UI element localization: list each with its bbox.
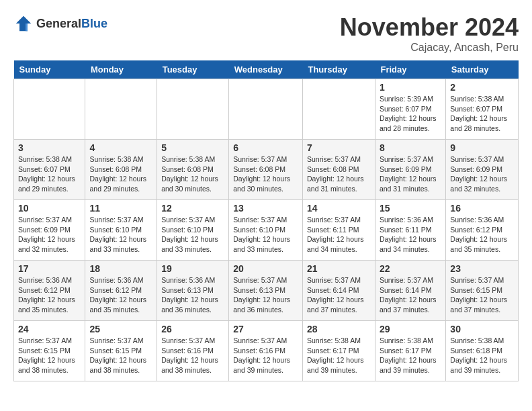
calendar-cell: 14Sunrise: 5:37 AM Sunset: 6:11 PM Dayli… bbox=[302, 200, 375, 261]
calendar-cell: 8Sunrise: 5:37 AM Sunset: 6:09 PM Daylig… bbox=[375, 140, 445, 200]
calendar-cell: 12Sunrise: 5:37 AM Sunset: 6:10 PM Dayli… bbox=[157, 200, 229, 261]
calendar-cell: 30Sunrise: 5:38 AM Sunset: 6:18 PM Dayli… bbox=[446, 321, 519, 381]
calendar-cell: 13Sunrise: 5:37 AM Sunset: 6:10 PM Dayli… bbox=[229, 200, 303, 261]
calendar-cell: 28Sunrise: 5:38 AM Sunset: 6:17 PM Dayli… bbox=[302, 321, 375, 381]
calendar-cell: 18Sunrise: 5:36 AM Sunset: 6:12 PM Dayli… bbox=[85, 261, 157, 321]
day-info: Sunrise: 5:37 AM Sunset: 6:14 PM Dayligh… bbox=[307, 275, 371, 315]
calendar-cell bbox=[85, 79, 157, 140]
day-info: Sunrise: 5:39 AM Sunset: 6:07 PM Dayligh… bbox=[380, 94, 441, 134]
day-info: Sunrise: 5:37 AM Sunset: 6:11 PM Dayligh… bbox=[307, 215, 371, 255]
day-number: 4 bbox=[89, 142, 152, 153]
week-row-5: 24Sunrise: 5:37 AM Sunset: 6:15 PM Dayli… bbox=[14, 321, 519, 381]
weekday-header-row: SundayMondayTuesdayWednesdayThursdayFrid… bbox=[14, 60, 519, 79]
logo-icon bbox=[13, 13, 34, 34]
logo-general: General bbox=[36, 17, 81, 30]
calendar-cell: 6Sunrise: 5:37 AM Sunset: 6:08 PM Daylig… bbox=[229, 140, 303, 200]
calendar-cell: 9Sunrise: 5:37 AM Sunset: 6:09 PM Daylig… bbox=[446, 140, 519, 200]
calendar-cell bbox=[157, 79, 229, 140]
day-info: Sunrise: 5:36 AM Sunset: 6:12 PM Dayligh… bbox=[89, 275, 152, 315]
day-number: 3 bbox=[18, 142, 81, 153]
calendar-cell: 20Sunrise: 5:37 AM Sunset: 6:13 PM Dayli… bbox=[229, 261, 303, 321]
calendar-cell: 1Sunrise: 5:39 AM Sunset: 6:07 PM Daylig… bbox=[375, 79, 445, 140]
day-info: Sunrise: 5:37 AM Sunset: 6:15 PM Dayligh… bbox=[89, 336, 152, 375]
calendar-cell: 10Sunrise: 5:37 AM Sunset: 6:09 PM Dayli… bbox=[14, 200, 85, 261]
day-number: 6 bbox=[233, 142, 298, 153]
title-area: November 2024 Cajacay, Ancash, Peru bbox=[340, 13, 519, 54]
day-info: Sunrise: 5:37 AM Sunset: 6:08 PM Dayligh… bbox=[233, 154, 298, 194]
day-info: Sunrise: 5:37 AM Sunset: 6:09 PM Dayligh… bbox=[380, 154, 441, 194]
day-number: 28 bbox=[307, 324, 371, 334]
day-number: 23 bbox=[450, 263, 514, 274]
calendar-cell: 19Sunrise: 5:36 AM Sunset: 6:13 PM Dayli… bbox=[157, 261, 229, 321]
day-info: Sunrise: 5:38 AM Sunset: 6:07 PM Dayligh… bbox=[450, 94, 514, 134]
day-number: 29 bbox=[380, 324, 441, 334]
weekday-header-thursday: Thursday bbox=[302, 60, 375, 79]
day-number: 10 bbox=[18, 203, 81, 214]
calendar-cell: 17Sunrise: 5:36 AM Sunset: 6:12 PM Dayli… bbox=[14, 261, 85, 321]
day-info: Sunrise: 5:37 AM Sunset: 6:10 PM Dayligh… bbox=[161, 215, 224, 255]
logo-blue: Blue bbox=[81, 17, 107, 30]
day-number: 17 bbox=[18, 263, 81, 274]
logo: GeneralBlue bbox=[13, 13, 107, 34]
day-info: Sunrise: 5:36 AM Sunset: 6:12 PM Dayligh… bbox=[450, 215, 514, 255]
calendar-cell: 24Sunrise: 5:37 AM Sunset: 6:15 PM Dayli… bbox=[14, 321, 85, 381]
calendar-cell: 3Sunrise: 5:38 AM Sunset: 6:07 PM Daylig… bbox=[14, 140, 85, 200]
day-number: 18 bbox=[89, 263, 152, 274]
calendar-cell: 11Sunrise: 5:37 AM Sunset: 6:10 PM Dayli… bbox=[85, 200, 157, 261]
day-info: Sunrise: 5:37 AM Sunset: 6:10 PM Dayligh… bbox=[89, 215, 152, 255]
day-info: Sunrise: 5:38 AM Sunset: 6:08 PM Dayligh… bbox=[89, 154, 152, 194]
calendar-cell: 22Sunrise: 5:37 AM Sunset: 6:14 PM Dayli… bbox=[375, 261, 445, 321]
day-number: 12 bbox=[161, 203, 224, 214]
day-info: Sunrise: 5:37 AM Sunset: 6:09 PM Dayligh… bbox=[450, 154, 514, 194]
calendar-table: SundayMondayTuesdayWednesdayThursdayFrid… bbox=[13, 60, 519, 381]
day-number: 8 bbox=[380, 142, 441, 153]
day-number: 1 bbox=[380, 82, 441, 93]
day-number: 5 bbox=[161, 142, 224, 153]
calendar-cell bbox=[229, 79, 303, 140]
day-number: 16 bbox=[450, 203, 514, 214]
day-number: 19 bbox=[161, 263, 224, 274]
day-number: 26 bbox=[161, 324, 224, 334]
day-info: Sunrise: 5:38 AM Sunset: 6:08 PM Dayligh… bbox=[161, 154, 224, 194]
day-info: Sunrise: 5:37 AM Sunset: 6:16 PM Dayligh… bbox=[233, 336, 298, 375]
day-info: Sunrise: 5:37 AM Sunset: 6:16 PM Dayligh… bbox=[161, 336, 224, 375]
weekday-header-sunday: Sunday bbox=[14, 60, 85, 79]
day-number: 2 bbox=[450, 82, 514, 93]
day-info: Sunrise: 5:37 AM Sunset: 6:14 PM Dayligh… bbox=[380, 275, 441, 315]
calendar-cell: 29Sunrise: 5:38 AM Sunset: 6:17 PM Dayli… bbox=[375, 321, 445, 381]
calendar-cell: 16Sunrise: 5:36 AM Sunset: 6:12 PM Dayli… bbox=[446, 200, 519, 261]
day-number: 15 bbox=[380, 203, 441, 214]
calendar-cell: 26Sunrise: 5:37 AM Sunset: 6:16 PM Dayli… bbox=[157, 321, 229, 381]
week-row-3: 10Sunrise: 5:37 AM Sunset: 6:09 PM Dayli… bbox=[14, 200, 519, 261]
location-title: Cajacay, Ancash, Peru bbox=[340, 42, 519, 54]
day-number: 22 bbox=[380, 263, 441, 274]
day-number: 7 bbox=[307, 142, 371, 153]
day-info: Sunrise: 5:38 AM Sunset: 6:18 PM Dayligh… bbox=[450, 336, 514, 375]
calendar-cell bbox=[14, 79, 85, 140]
calendar-cell: 25Sunrise: 5:37 AM Sunset: 6:15 PM Dayli… bbox=[85, 321, 157, 381]
month-title: November 2024 bbox=[340, 13, 519, 42]
day-number: 27 bbox=[233, 324, 298, 334]
day-number: 9 bbox=[450, 142, 514, 153]
day-info: Sunrise: 5:37 AM Sunset: 6:15 PM Dayligh… bbox=[450, 275, 514, 315]
day-info: Sunrise: 5:37 AM Sunset: 6:08 PM Dayligh… bbox=[307, 154, 371, 194]
day-number: 30 bbox=[450, 324, 514, 334]
day-info: Sunrise: 5:38 AM Sunset: 6:17 PM Dayligh… bbox=[380, 336, 441, 375]
day-info: Sunrise: 5:37 AM Sunset: 6:15 PM Dayligh… bbox=[18, 336, 81, 375]
svg-marker-0 bbox=[16, 16, 32, 32]
day-info: Sunrise: 5:37 AM Sunset: 6:13 PM Dayligh… bbox=[233, 275, 298, 315]
day-number: 13 bbox=[233, 203, 298, 214]
calendar-cell: 7Sunrise: 5:37 AM Sunset: 6:08 PM Daylig… bbox=[302, 140, 375, 200]
day-number: 25 bbox=[89, 324, 152, 334]
week-row-4: 17Sunrise: 5:36 AM Sunset: 6:12 PM Dayli… bbox=[14, 261, 519, 321]
header: GeneralBlue November 2024 Cajacay, Ancas… bbox=[13, 13, 519, 54]
calendar-cell: 27Sunrise: 5:37 AM Sunset: 6:16 PM Dayli… bbox=[229, 321, 303, 381]
weekday-header-saturday: Saturday bbox=[446, 60, 519, 79]
calendar-cell: 4Sunrise: 5:38 AM Sunset: 6:08 PM Daylig… bbox=[85, 140, 157, 200]
day-info: Sunrise: 5:38 AM Sunset: 6:17 PM Dayligh… bbox=[307, 336, 371, 375]
week-row-2: 3Sunrise: 5:38 AM Sunset: 6:07 PM Daylig… bbox=[14, 140, 519, 200]
day-number: 24 bbox=[18, 324, 81, 334]
weekday-header-friday: Friday bbox=[375, 60, 445, 79]
calendar-cell: 21Sunrise: 5:37 AM Sunset: 6:14 PM Dayli… bbox=[302, 261, 375, 321]
day-number: 20 bbox=[233, 263, 298, 274]
